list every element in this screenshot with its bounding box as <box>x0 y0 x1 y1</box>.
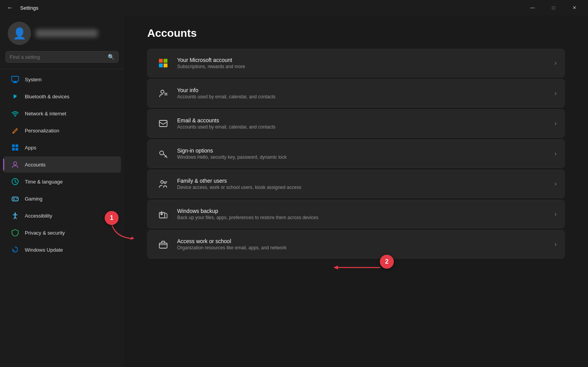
apps-icon <box>11 143 19 152</box>
update-icon <box>11 245 19 254</box>
ms-squares-icon <box>159 59 167 67</box>
sidebar-item-apps-label: Apps <box>25 145 36 151</box>
svg-point-14 <box>17 198 17 199</box>
close-button[interactable]: ✕ <box>566 2 583 14</box>
svg-rect-8 <box>12 148 15 151</box>
card-access-work[interactable]: Access work or school Organization resou… <box>147 230 565 259</box>
card-family-users[interactable]: Family & other users Device access, work… <box>147 170 565 198</box>
sidebar-item-system[interactable]: System <box>3 71 121 87</box>
shield-icon <box>11 228 19 237</box>
annotation-2: 2 <box>380 255 394 269</box>
briefcase-icon <box>155 237 171 252</box>
minimize-button[interactable]: — <box>524 2 541 14</box>
sidebar-item-system-label: System <box>25 77 41 82</box>
accessibility-icon <box>11 211 19 220</box>
svg-rect-2 <box>12 76 19 81</box>
sidebar-item-accounts[interactable]: Accounts <box>3 156 121 173</box>
sidebar-item-gaming-label: Gaming <box>25 196 43 202</box>
card-email-accounts-text: Email & accounts Accounts used by email,… <box>177 117 555 130</box>
page-title: Accounts <box>147 27 565 39</box>
window-controls: — □ ✕ <box>524 2 583 14</box>
personalization-icon <box>11 126 19 135</box>
chevron-right-icon: › <box>555 60 557 67</box>
sidebar-item-accounts-label: Accounts <box>25 162 45 168</box>
card-microsoft-account[interactable]: Your Microsoft account Subscriptions, re… <box>147 49 565 77</box>
card-family-users-title: Family & other users <box>177 178 555 184</box>
sidebar-item-bluetooth[interactable]: Bluetooth & devices <box>3 88 121 105</box>
svg-point-18 <box>160 151 164 155</box>
svg-rect-3 <box>14 82 17 82</box>
sidebar-item-accessibility-label: Accessibility <box>25 213 52 219</box>
card-your-info[interactable]: Your info Accounts used by email, calend… <box>147 79 565 108</box>
card-email-accounts-subtitle: Accounts used by email, calendar, and co… <box>177 124 555 130</box>
svg-rect-9 <box>16 148 18 151</box>
svg-point-16 <box>161 90 164 93</box>
user-icon: 👤 <box>13 27 26 40</box>
key-icon <box>155 146 171 161</box>
wifi-icon <box>11 109 19 118</box>
svg-point-21 <box>166 181 167 182</box>
card-microsoft-account-title: Your Microsoft account <box>177 57 555 63</box>
sidebar-item-update[interactable]: Windows Update <box>3 242 121 258</box>
sidebar-item-bluetooth-label: Bluetooth & devices <box>25 94 69 99</box>
back-button[interactable]: ← <box>5 2 16 13</box>
search-icon: 🔍 <box>108 54 114 60</box>
sidebar-item-personalization[interactable]: Personalization <box>3 122 121 139</box>
maximize-button[interactable]: □ <box>545 2 562 14</box>
chevron-right-icon: › <box>555 241 557 248</box>
card-signin-options[interactable]: Sign-in options Windows Hello, security … <box>147 139 565 168</box>
card-windows-backup-subtitle: Back up your files, apps, preferences to… <box>177 215 555 220</box>
system-icon <box>11 75 19 84</box>
sidebar-item-privacy[interactable]: Privacy & security <box>3 225 121 241</box>
card-email-accounts[interactable]: Email & accounts Accounts used by email,… <box>147 109 565 138</box>
card-email-accounts-title: Email & accounts <box>177 117 555 123</box>
chevron-right-icon: › <box>555 180 557 187</box>
svg-rect-17 <box>159 120 167 127</box>
content-area: Accounts Your Microsoft account Subscrip… <box>124 15 588 367</box>
user-name <box>36 29 98 37</box>
chevron-right-icon: › <box>555 120 557 127</box>
svg-point-10 <box>14 162 17 165</box>
card-signin-options-text: Sign-in options Windows Hello, security … <box>177 147 555 160</box>
main-layout: 1 2 👤 🔍 System <box>0 15 588 367</box>
email-icon <box>155 116 171 131</box>
svg-point-5 <box>15 116 16 117</box>
svg-rect-4 <box>13 82 17 83</box>
sidebar-item-update-label: Windows Update <box>25 247 63 253</box>
card-family-users-subtitle: Device access, work or school users, kio… <box>177 185 555 190</box>
sidebar-item-accessibility[interactable]: Accessibility <box>3 208 121 224</box>
card-windows-backup-title: Windows backup <box>177 208 555 214</box>
card-access-work-text: Access work or school Organization resou… <box>177 238 555 250</box>
search-box[interactable]: 🔍 <box>5 51 119 63</box>
sidebar-item-apps[interactable]: Apps <box>3 139 121 156</box>
card-windows-backup-text: Windows backup Back up your files, apps,… <box>177 208 555 220</box>
card-access-work-subtitle: Organization resources like email, apps,… <box>177 245 555 250</box>
backup-icon <box>155 206 171 222</box>
sidebar-item-network[interactable]: Network & internet <box>3 105 121 122</box>
card-your-info-subtitle: Accounts used by email, calendar, and co… <box>177 94 555 99</box>
svg-rect-6 <box>12 144 15 147</box>
sidebar-item-network-label: Network & internet <box>25 111 66 117</box>
svg-rect-23 <box>159 243 167 248</box>
svg-rect-7 <box>16 144 18 147</box>
sidebar-item-time-label: Time & language <box>25 179 63 185</box>
family-icon <box>155 176 171 192</box>
bluetooth-icon <box>11 92 19 101</box>
svg-point-20 <box>164 182 166 184</box>
svg-rect-22 <box>159 213 165 218</box>
sidebar-item-personalization-label: Personalization <box>25 128 59 134</box>
card-microsoft-account-text: Your Microsoft account Subscriptions, re… <box>177 57 555 69</box>
card-access-work-title: Access work or school <box>177 238 555 244</box>
card-microsoft-account-subtitle: Subscriptions, rewards and more <box>177 64 555 69</box>
search-input[interactable] <box>10 54 105 60</box>
card-windows-backup[interactable]: Windows backup Back up your files, apps,… <box>147 200 565 228</box>
svg-point-13 <box>16 199 17 199</box>
chevron-right-icon: › <box>555 211 557 218</box>
chevron-right-icon: › <box>555 90 557 97</box>
ms-account-icon <box>155 55 171 71</box>
annotation-1: 1 <box>105 211 119 225</box>
sidebar-item-gaming[interactable]: Gaming <box>3 190 121 207</box>
titlebar: ← Settings — □ ✕ <box>0 0 588 15</box>
sidebar-item-time[interactable]: Time & language <box>3 173 121 190</box>
accounts-icon <box>11 160 19 169</box>
